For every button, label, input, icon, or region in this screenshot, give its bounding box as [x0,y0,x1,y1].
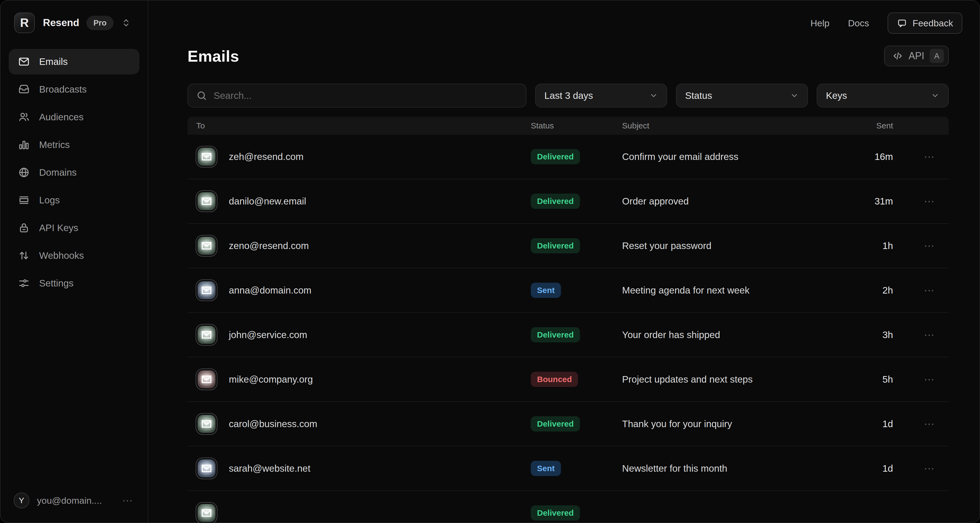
table-row[interactable]: sarah@website.net Sent Newsletter for th… [188,447,949,491]
workspace-switcher[interactable]: R Resend Pro [0,13,148,33]
chevron-down-icon [931,91,940,100]
envelope-icon [201,197,212,205]
sidebar-item-logs[interactable]: Logs [9,187,139,213]
emails-table: To Status Subject Sent zeh@resend.com De… [188,117,949,523]
email-subject: Your order has shipped [622,330,844,340]
resend-logo-icon: R [14,13,35,33]
row-menu-button[interactable]: ⋯ [924,195,936,207]
keys-dropdown[interactable]: Keys [817,84,949,108]
topbar: Help Docs Feedback [188,13,963,34]
main-content: Help Docs Feedback Emails API A [148,0,980,523]
row-menu-button[interactable]: ⋯ [924,374,936,385]
email-subject: Order approved [622,196,844,207]
email-avatar-icon [196,279,217,301]
email-subject: Reset your password [622,240,844,251]
status-dropdown[interactable]: Status [676,84,808,108]
sent-time: 1d [844,463,893,474]
sent-time: 2h [844,285,893,296]
column-header-to: To [188,121,531,130]
row-menu-button[interactable]: ⋯ [924,151,936,162]
table-row[interactable]: Delivered [188,491,949,523]
help-link[interactable]: Help [810,18,829,29]
table-row[interactable]: zeh@resend.com Delivered Confirm your em… [188,135,949,179]
inbox-icon [18,83,30,95]
envelope-icon [18,55,30,68]
sidebar-item-metrics[interactable]: Metrics [9,132,139,157]
recipient-email: zeh@resend.com [229,151,304,162]
status-value: Status [685,90,712,101]
sent-time: 31m [844,196,893,207]
email-avatar-icon [196,146,217,168]
row-menu-button[interactable]: ⋯ [924,418,936,429]
shortcut-key-badge: A [930,49,944,63]
column-header-sent: Sent [844,121,893,130]
row-menu-button[interactable]: ⋯ [924,240,936,252]
logo-letter: R [20,16,29,30]
email-subject: Newsletter for this month [622,463,844,474]
envelope-icon [201,242,212,250]
bar-chart-icon [18,139,30,151]
row-menu-button[interactable]: ⋯ [924,463,936,474]
globe-icon [18,166,30,178]
feedback-button[interactable]: Feedback [888,13,963,34]
status-badge: Sent [531,461,561,476]
table-row[interactable]: carol@business.com Delivered Thank you f… [188,402,949,447]
date-range-value: Last 3 days [544,90,593,101]
envelope-icon [201,464,212,472]
search-input[interactable] [213,90,518,101]
recipient-email: zeno@resend.com [229,240,309,251]
table-row[interactable]: john@service.com Delivered Your order ha… [188,313,949,357]
row-menu-button[interactable]: ⋯ [924,329,936,341]
search-icon [196,90,207,101]
sidebar: R Resend Pro Emails Broadcasts Audiences… [0,0,148,523]
page-title: Emails [188,47,239,65]
sidebar-item-audiences[interactable]: Audiences [9,104,139,130]
sidebar-item-emails[interactable]: Emails [9,49,139,74]
email-avatar-icon [196,502,217,523]
date-range-dropdown[interactable]: Last 3 days [535,84,667,108]
sidebar-item-broadcasts[interactable]: Broadcasts [9,76,139,102]
recipient-email: mike@company.org [229,374,313,385]
user-menu-button[interactable]: ⋯ [122,495,134,506]
sidebar-item-api-keys[interactable]: API Keys [9,215,139,241]
sidebar-item-domains[interactable]: Domains [9,160,139,185]
sent-time: 16m [844,151,893,162]
recipient-email: danilo@new.email [229,196,306,207]
email-subject: Thank you for your inquiry [622,418,844,429]
sidebar-item-settings[interactable]: Settings [9,271,139,296]
docs-link[interactable]: Docs [848,18,869,29]
status-badge: Delivered [531,193,580,209]
user-account-row[interactable]: Y you@domain.... ⋯ [0,493,148,523]
table-row[interactable]: danilo@new.email Delivered Order approve… [188,179,949,224]
sliders-icon [18,277,30,289]
brand-name: Resend [43,17,80,29]
envelope-icon [201,375,212,384]
status-badge: Delivered [531,238,580,254]
user-email: you@domain.... [37,495,102,506]
table-row[interactable]: mike@company.org Bounced Project updates… [188,357,949,402]
table-header: To Status Subject Sent [188,117,949,135]
recipient-email: anna@domain.com [229,285,312,296]
email-avatar-icon [196,368,217,390]
table-body: zeh@resend.com Delivered Confirm your em… [188,135,949,523]
chevrons-up-down-icon[interactable] [121,18,131,27]
table-row[interactable]: zeno@resend.com Delivered Reset your pas… [188,224,949,268]
envelope-icon [201,331,212,339]
table-row[interactable]: anna@domain.com Sent Meeting agenda for … [188,268,949,313]
email-subject: Confirm your email address [622,151,844,162]
sent-time: 1h [844,240,893,251]
status-badge: Delivered [531,416,580,431]
row-menu-button[interactable]: ⋯ [924,285,936,296]
app-window: R Resend Pro Emails Broadcasts Audiences… [0,0,980,523]
status-badge: Sent [531,283,561,298]
api-button[interactable]: API A [884,46,949,66]
sidebar-item-webhooks[interactable]: Webhooks [9,243,139,268]
chevron-down-icon [790,91,799,100]
sent-time: 1d [844,418,893,429]
recipient-email: john@service.com [229,330,307,340]
email-avatar-icon [196,235,217,257]
envelope-icon [201,509,212,517]
users-icon [18,111,30,123]
column-header-status: Status [531,121,622,130]
code-icon [892,51,903,61]
